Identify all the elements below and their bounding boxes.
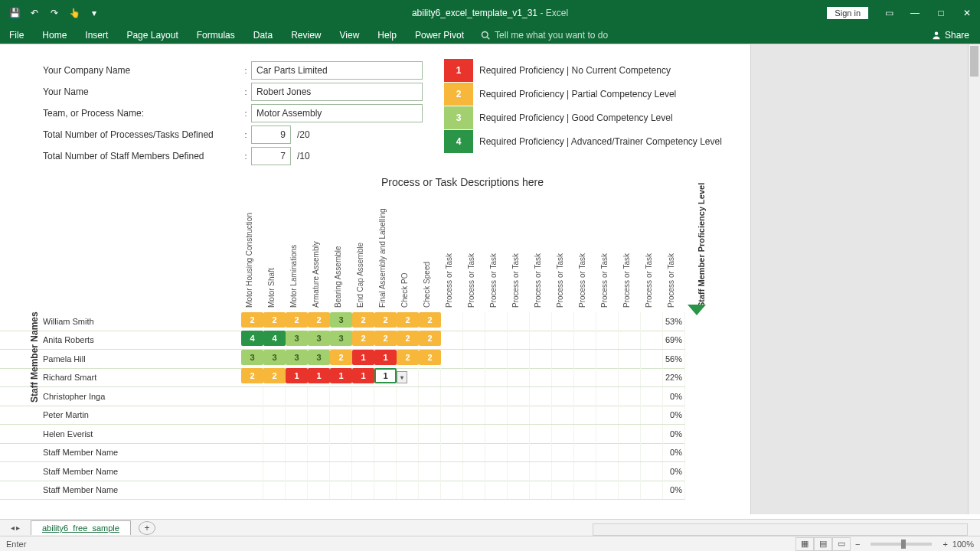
matrix-cell[interactable]: 2 [352,331,374,346]
matrix-cell-empty[interactable] [330,425,352,443]
matrix-cell[interactable]: 2 [374,312,397,328]
matrix-cell-empty[interactable] [619,368,641,386]
matrix-cell-empty[interactable] [574,443,596,461]
matrix-cell-empty[interactable] [419,425,441,443]
staff-name[interactable]: Staff Member Name [0,467,241,476]
matrix-cell-empty[interactable] [263,462,286,481]
matrix-cell-empty[interactable] [530,368,552,386]
matrix-cell-empty[interactable] [374,481,397,499]
matrix-cell-empty[interactable] [574,368,596,386]
horizontal-scrollbar[interactable] [593,523,968,536]
matrix-cell-empty[interactable] [463,443,485,461]
matrix-cell-empty[interactable] [552,462,574,481]
matrix-cell-empty[interactable] [641,387,663,406]
processes-input[interactable]: 9 [251,126,291,144]
matrix-cell-empty[interactable] [596,350,619,368]
matrix-cell-empty[interactable] [641,443,663,461]
matrix-cell-empty[interactable] [641,425,663,443]
matrix-cell[interactable]: 1 [374,350,397,365]
matrix-cell-empty[interactable] [463,425,485,443]
matrix-cell-empty[interactable] [530,462,552,481]
matrix-cell[interactable]: 2 [374,331,397,346]
matrix-cell[interactable]: 2 [419,350,441,365]
matrix-cell-empty[interactable] [441,387,463,406]
matrix-cell-editing[interactable]: 1▾ [374,368,397,383]
matrix-cell-empty[interactable] [530,350,552,368]
matrix-cell-empty[interactable] [352,406,374,424]
matrix-cell[interactable]: 3 [330,331,352,346]
sheet-tab[interactable]: ability6_free_sample [31,520,131,535]
matrix-cell-empty[interactable] [286,406,308,424]
matrix-cell-empty[interactable] [374,462,397,481]
staff-count-input[interactable]: 7 [251,147,291,165]
matrix-cell-empty[interactable] [574,312,596,331]
matrix-cell-empty[interactable] [530,406,552,424]
touch-icon[interactable]: 👆 [66,5,83,21]
matrix-cell-empty[interactable] [574,387,596,406]
matrix-cell-empty[interactable] [308,481,330,499]
team-input[interactable]: Motor Assembly [251,104,423,122]
matrix-cell-empty[interactable] [552,312,574,331]
matrix-cell-empty[interactable] [286,443,308,461]
matrix-cell-empty[interactable] [463,462,485,481]
matrix-cell-empty[interactable] [485,481,508,499]
matrix-cell-empty[interactable] [596,443,619,461]
matrix-cell-empty[interactable] [485,462,508,481]
sign-in-button[interactable]: Sign in [827,7,868,19]
matrix-cell-empty[interactable] [241,443,263,461]
dropdown-icon[interactable]: ▾ [397,371,407,383]
matrix-cell-empty[interactable] [419,462,441,481]
matrix-cell-empty[interactable] [352,443,374,461]
matrix-cell-empty[interactable] [241,406,263,424]
staff-name[interactable]: Staff Member Name [0,485,241,494]
tab-home[interactable]: Home [33,27,76,44]
matrix-cell-empty[interactable] [419,387,441,406]
matrix-cell-empty[interactable] [441,350,463,368]
matrix-cell-empty[interactable] [641,331,663,349]
matrix-cell-empty[interactable] [330,387,352,406]
matrix-cell-empty[interactable] [619,406,641,424]
matrix-cell[interactable]: 2 [352,312,374,328]
matrix-cell-empty[interactable] [619,331,641,349]
matrix-cell-empty[interactable] [574,462,596,481]
matrix-cell-empty[interactable] [641,481,663,499]
matrix-cell-empty[interactable] [596,368,619,386]
matrix-cell-empty[interactable] [463,481,485,499]
matrix-cell-empty[interactable] [485,331,508,349]
matrix-cell-empty[interactable] [308,406,330,424]
minimize-icon[interactable]: — [902,0,928,26]
matrix-cell-empty[interactable] [530,331,552,349]
matrix-cell-empty[interactable] [619,481,641,499]
matrix-cell-empty[interactable] [508,443,530,461]
matrix-cell-empty[interactable] [374,406,397,424]
matrix-cell-empty[interactable] [508,406,530,424]
matrix-cell[interactable]: 3 [308,350,330,365]
matrix-cell-empty[interactable] [641,406,663,424]
vertical-scrollbar[interactable] [968,44,980,514]
matrix-cell-empty[interactable] [397,462,419,481]
matrix-cell-empty[interactable] [397,481,419,499]
matrix-cell-empty[interactable] [374,425,397,443]
matrix-cell-empty[interactable] [286,425,308,443]
redo-icon[interactable]: ↷ [46,5,63,21]
matrix-cell-empty[interactable] [308,462,330,481]
matrix-cell-empty[interactable] [485,387,508,406]
matrix-cell-empty[interactable] [485,350,508,368]
matrix-cell-empty[interactable] [552,425,574,443]
matrix-cell-empty[interactable] [308,443,330,461]
matrix-cell-empty[interactable] [397,443,419,461]
matrix-cell-empty[interactable] [596,312,619,331]
matrix-cell-empty[interactable] [330,481,352,499]
matrix-cell[interactable]: 3 [308,331,330,346]
matrix-cell-empty[interactable] [641,462,663,481]
matrix-cell-empty[interactable] [530,443,552,461]
matrix-cell-empty[interactable] [508,462,530,481]
zoom-slider[interactable] [871,543,932,546]
matrix-cell[interactable]: 2 [263,368,286,383]
matrix-cell-empty[interactable] [508,331,530,349]
matrix-cell-empty[interactable] [641,350,663,368]
matrix-cell[interactable]: 2 [286,312,308,328]
qat-more-icon[interactable]: ▾ [86,5,103,21]
staff-name[interactable]: Staff Member Name [0,448,241,457]
matrix-cell-empty[interactable] [308,387,330,406]
